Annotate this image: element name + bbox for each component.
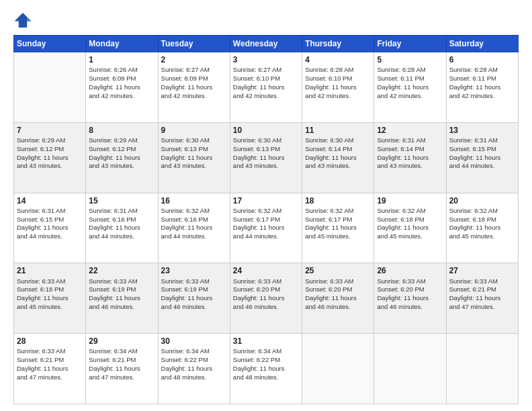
calendar-cell: 14Sunrise: 6:31 AM Sunset: 6:15 PM Dayli… bbox=[14, 193, 86, 263]
calendar-cell: 13Sunrise: 6:31 AM Sunset: 6:15 PM Dayli… bbox=[446, 122, 518, 193]
day-info: Sunrise: 6:28 AM Sunset: 6:11 PM Dayligh… bbox=[377, 66, 443, 100]
weekday-header: Wednesday bbox=[230, 36, 302, 52]
weekday-header: Saturday bbox=[446, 36, 518, 52]
day-number: 8 bbox=[89, 125, 154, 136]
calendar-cell: 1Sunrise: 6:26 AM Sunset: 6:09 PM Daylig… bbox=[86, 52, 158, 123]
calendar-cell: 20Sunrise: 6:32 AM Sunset: 6:18 PM Dayli… bbox=[446, 193, 518, 263]
calendar-cell: 24Sunrise: 6:33 AM Sunset: 6:20 PM Dayli… bbox=[230, 263, 302, 334]
day-number: 12 bbox=[377, 125, 443, 136]
day-info: Sunrise: 6:33 AM Sunset: 6:20 PM Dayligh… bbox=[305, 277, 371, 312]
weekday-row: SundayMondayTuesdayWednesdayThursdayFrid… bbox=[14, 36, 519, 52]
calendar-cell: 2Sunrise: 6:27 AM Sunset: 6:09 PM Daylig… bbox=[158, 52, 230, 123]
calendar-table: SundayMondayTuesdayWednesdayThursdayFrid… bbox=[13, 35, 519, 404]
day-number: 21 bbox=[17, 265, 83, 276]
day-info: Sunrise: 6:29 AM Sunset: 6:12 PM Dayligh… bbox=[89, 136, 154, 171]
day-number: 7 bbox=[17, 125, 83, 136]
calendar-week-row: 1Sunrise: 6:26 AM Sunset: 6:09 PM Daylig… bbox=[14, 52, 519, 123]
weekday-header: Sunday bbox=[14, 36, 86, 52]
day-info: Sunrise: 6:32 AM Sunset: 6:18 PM Dayligh… bbox=[377, 207, 443, 241]
calendar-cell: 30Sunrise: 6:34 AM Sunset: 6:22 PM Dayli… bbox=[158, 334, 230, 404]
day-number: 2 bbox=[161, 54, 227, 65]
calendar-cell: 6Sunrise: 6:28 AM Sunset: 6:11 PM Daylig… bbox=[446, 52, 518, 123]
day-info: Sunrise: 6:33 AM Sunset: 6:21 PM Dayligh… bbox=[17, 347, 83, 381]
day-number: 27 bbox=[449, 265, 515, 276]
weekday-header: Friday bbox=[374, 36, 446, 52]
day-number: 30 bbox=[161, 336, 227, 347]
calendar-cell: 16Sunrise: 6:32 AM Sunset: 6:16 PM Dayli… bbox=[158, 193, 230, 263]
day-number: 16 bbox=[161, 195, 227, 206]
day-number: 18 bbox=[305, 195, 371, 206]
day-info: Sunrise: 6:26 AM Sunset: 6:09 PM Dayligh… bbox=[89, 66, 154, 100]
calendar-cell: 7Sunrise: 6:29 AM Sunset: 6:12 PM Daylig… bbox=[14, 122, 86, 193]
weekday-header: Tuesday bbox=[158, 36, 230, 52]
day-info: Sunrise: 6:30 AM Sunset: 6:14 PM Dayligh… bbox=[305, 136, 371, 171]
calendar-cell: 8Sunrise: 6:29 AM Sunset: 6:12 PM Daylig… bbox=[86, 122, 158, 193]
day-number: 4 bbox=[305, 54, 371, 65]
day-info: Sunrise: 6:31 AM Sunset: 6:15 PM Dayligh… bbox=[449, 136, 515, 171]
calendar-cell: 12Sunrise: 6:31 AM Sunset: 6:14 PM Dayli… bbox=[374, 122, 446, 193]
day-info: Sunrise: 6:29 AM Sunset: 6:12 PM Dayligh… bbox=[17, 136, 83, 171]
day-info: Sunrise: 6:33 AM Sunset: 6:19 PM Dayligh… bbox=[161, 277, 227, 312]
svg-marker-1 bbox=[27, 17, 31, 21]
calendar-body: 1Sunrise: 6:26 AM Sunset: 6:09 PM Daylig… bbox=[14, 52, 519, 404]
calendar-cell: 18Sunrise: 6:32 AM Sunset: 6:17 PM Dayli… bbox=[302, 193, 374, 263]
calendar-cell: 28Sunrise: 6:33 AM Sunset: 6:21 PM Dayli… bbox=[14, 334, 86, 404]
calendar-cell bbox=[374, 334, 446, 404]
calendar-cell: 23Sunrise: 6:33 AM Sunset: 6:19 PM Dayli… bbox=[158, 263, 230, 334]
day-number: 3 bbox=[233, 54, 299, 65]
day-info: Sunrise: 6:33 AM Sunset: 6:18 PM Dayligh… bbox=[17, 277, 83, 312]
calendar-cell: 11Sunrise: 6:30 AM Sunset: 6:14 PM Dayli… bbox=[302, 122, 374, 193]
calendar-cell: 9Sunrise: 6:30 AM Sunset: 6:13 PM Daylig… bbox=[158, 122, 230, 193]
day-info: Sunrise: 6:32 AM Sunset: 6:18 PM Dayligh… bbox=[449, 207, 515, 241]
calendar-cell: 29Sunrise: 6:34 AM Sunset: 6:21 PM Dayli… bbox=[86, 334, 158, 404]
logo bbox=[13, 11, 34, 30]
day-info: Sunrise: 6:34 AM Sunset: 6:21 PM Dayligh… bbox=[89, 347, 154, 381]
day-number: 25 bbox=[305, 265, 371, 276]
day-number: 6 bbox=[449, 54, 515, 65]
calendar-cell: 3Sunrise: 6:27 AM Sunset: 6:10 PM Daylig… bbox=[230, 52, 302, 123]
day-info: Sunrise: 6:28 AM Sunset: 6:10 PM Dayligh… bbox=[305, 66, 371, 100]
calendar-cell: 22Sunrise: 6:33 AM Sunset: 6:19 PM Dayli… bbox=[86, 263, 158, 334]
day-number: 14 bbox=[17, 195, 83, 206]
calendar-cell: 15Sunrise: 6:31 AM Sunset: 6:16 PM Dayli… bbox=[86, 193, 158, 263]
day-info: Sunrise: 6:33 AM Sunset: 6:20 PM Dayligh… bbox=[233, 277, 299, 312]
weekday-header: Thursday bbox=[302, 36, 374, 52]
day-number: 17 bbox=[233, 195, 299, 206]
day-info: Sunrise: 6:33 AM Sunset: 6:19 PM Dayligh… bbox=[89, 277, 154, 312]
day-number: 23 bbox=[161, 265, 227, 276]
day-info: Sunrise: 6:33 AM Sunset: 6:20 PM Dayligh… bbox=[377, 277, 443, 312]
calendar-cell: 27Sunrise: 6:33 AM Sunset: 6:21 PM Dayli… bbox=[446, 263, 518, 334]
calendar-week-row: 14Sunrise: 6:31 AM Sunset: 6:15 PM Dayli… bbox=[14, 193, 519, 263]
day-number: 28 bbox=[17, 336, 83, 347]
day-info: Sunrise: 6:30 AM Sunset: 6:13 PM Dayligh… bbox=[161, 136, 227, 171]
calendar-cell: 4Sunrise: 6:28 AM Sunset: 6:10 PM Daylig… bbox=[302, 52, 374, 123]
calendar-cell: 21Sunrise: 6:33 AM Sunset: 6:18 PM Dayli… bbox=[14, 263, 86, 334]
calendar-cell: 5Sunrise: 6:28 AM Sunset: 6:11 PM Daylig… bbox=[374, 52, 446, 123]
day-number: 19 bbox=[377, 195, 443, 206]
day-number: 11 bbox=[305, 125, 371, 136]
page: SundayMondayTuesdayWednesdayThursdayFrid… bbox=[0, 0, 532, 411]
calendar-header: SundayMondayTuesdayWednesdayThursdayFrid… bbox=[14, 36, 519, 52]
day-info: Sunrise: 6:32 AM Sunset: 6:17 PM Dayligh… bbox=[233, 207, 299, 241]
day-info: Sunrise: 6:28 AM Sunset: 6:11 PM Dayligh… bbox=[449, 66, 515, 100]
day-number: 31 bbox=[233, 336, 299, 347]
day-info: Sunrise: 6:27 AM Sunset: 6:10 PM Dayligh… bbox=[233, 66, 299, 100]
calendar-cell bbox=[446, 334, 518, 404]
calendar-cell: 19Sunrise: 6:32 AM Sunset: 6:18 PM Dayli… bbox=[374, 193, 446, 263]
weekday-header: Monday bbox=[86, 36, 158, 52]
day-info: Sunrise: 6:34 AM Sunset: 6:22 PM Dayligh… bbox=[161, 347, 227, 381]
calendar-week-row: 28Sunrise: 6:33 AM Sunset: 6:21 PM Dayli… bbox=[14, 334, 519, 404]
day-info: Sunrise: 6:31 AM Sunset: 6:14 PM Dayligh… bbox=[377, 136, 443, 171]
calendar-cell bbox=[302, 334, 374, 404]
day-info: Sunrise: 6:32 AM Sunset: 6:16 PM Dayligh… bbox=[161, 207, 227, 241]
day-number: 22 bbox=[89, 265, 154, 276]
day-number: 24 bbox=[233, 265, 299, 276]
day-number: 13 bbox=[449, 125, 515, 136]
logo-icon bbox=[13, 11, 32, 30]
day-info: Sunrise: 6:31 AM Sunset: 6:15 PM Dayligh… bbox=[17, 207, 83, 241]
day-info: Sunrise: 6:31 AM Sunset: 6:16 PM Dayligh… bbox=[89, 207, 154, 241]
header bbox=[13, 11, 519, 30]
day-number: 10 bbox=[233, 125, 299, 136]
calendar-cell: 26Sunrise: 6:33 AM Sunset: 6:20 PM Dayli… bbox=[374, 263, 446, 334]
calendar-cell bbox=[14, 52, 86, 123]
